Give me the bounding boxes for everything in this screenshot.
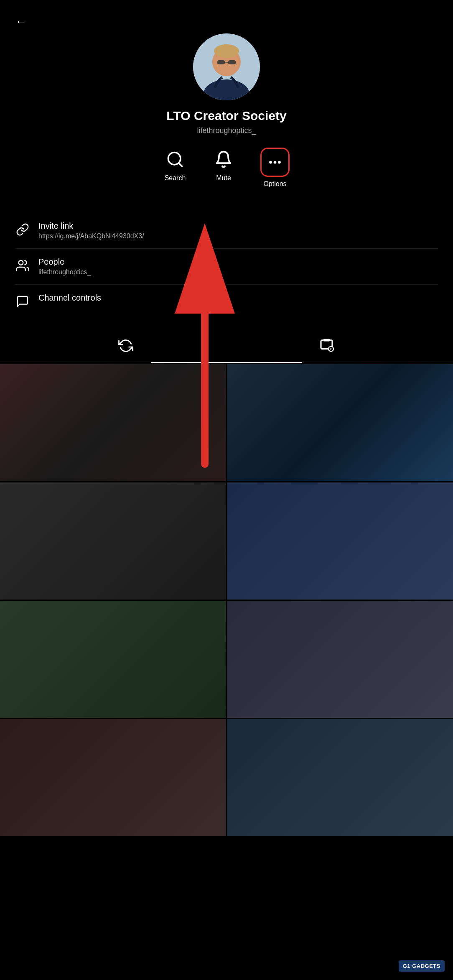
grid-item-1	[0, 364, 226, 481]
invite-link-url: https://ig.me/j/AbaKQbNl44930dX3/	[38, 232, 144, 240]
people-subtitle: lifethroughoptics_	[38, 268, 91, 276]
mute-label: Mute	[216, 174, 231, 182]
people-item[interactable]: People lifethroughoptics_	[15, 249, 438, 285]
grid-item-8	[227, 719, 453, 836]
media-icon	[320, 338, 335, 353]
content-grid	[0, 364, 453, 836]
link-icon	[15, 222, 30, 237]
svg-rect-4	[217, 60, 225, 64]
svg-point-9	[270, 162, 271, 163]
channel-controls-title: Channel controls	[38, 293, 101, 303]
mute-icon-wrap	[212, 148, 235, 171]
options-icon-wrap	[260, 148, 290, 177]
invite-link-text: Invite link https://ig.me/j/AbaKQbNl4493…	[38, 221, 144, 240]
tab-underline	[151, 362, 302, 363]
grid-item-2	[227, 364, 453, 481]
search-label: Search	[165, 174, 186, 182]
media-tab[interactable]	[318, 337, 336, 355]
mute-action[interactable]: Mute	[212, 148, 235, 188]
profile-section: LTO Creator Society lifethroughoptics_ S…	[0, 0, 453, 213]
invite-link-item[interactable]: Invite link https://ig.me/j/AbaKQbNl4493…	[15, 213, 438, 249]
dots-icon	[267, 155, 282, 170]
search-icon-wrap	[163, 148, 187, 171]
profile-username: lifethroughoptics_	[197, 126, 256, 135]
info-list: Invite link https://ig.me/j/AbaKQbNl4493…	[0, 213, 453, 317]
people-title: People	[38, 257, 91, 267]
grid-item-3	[0, 482, 226, 600]
search-icon	[166, 150, 184, 168]
grid-item-5	[0, 601, 226, 718]
invite-link-title: Invite link	[38, 221, 144, 231]
refresh-icon	[118, 338, 133, 353]
grid-item-7	[0, 719, 226, 836]
tab-bar	[0, 330, 453, 362]
svg-point-11	[279, 162, 280, 163]
svg-line-8	[179, 163, 182, 166]
channel-controls-text: Channel controls	[38, 293, 101, 303]
channel-controls-item[interactable]: Channel controls	[15, 285, 438, 317]
profile-name: LTO Creator Society	[166, 109, 286, 123]
svg-point-3	[214, 44, 239, 58]
people-text: People lifethroughoptics_	[38, 257, 91, 276]
grid-item-6	[227, 601, 453, 718]
options-action[interactable]: Options	[260, 148, 290, 188]
back-button[interactable]: ←	[15, 15, 27, 28]
svg-rect-5	[228, 60, 236, 64]
action-row: Search Mute Options	[0, 148, 453, 188]
options-label: Options	[263, 180, 286, 188]
refresh-tab[interactable]	[117, 337, 135, 355]
bell-icon	[214, 150, 233, 168]
people-icon	[15, 258, 30, 273]
svg-point-12	[19, 260, 23, 265]
svg-point-10	[275, 162, 276, 163]
watermark: G1 GADGETS	[399, 960, 445, 972]
chat-icon	[15, 294, 30, 309]
avatar	[193, 33, 260, 100]
grid-item-4	[227, 482, 453, 600]
search-action[interactable]: Search	[163, 148, 187, 188]
